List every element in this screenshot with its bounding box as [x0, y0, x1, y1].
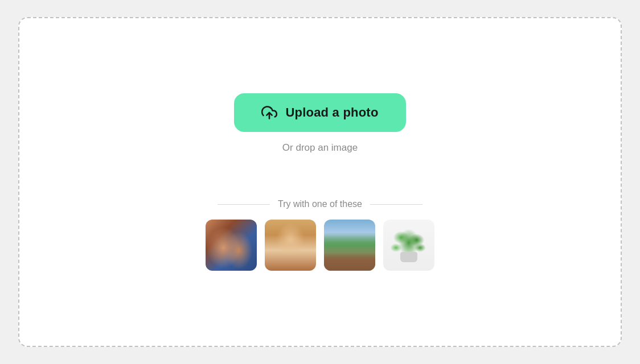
sample-thumbnails-container — [206, 220, 434, 271]
sample-thumbnail-1[interactable] — [206, 220, 257, 271]
upload-icon — [261, 105, 277, 121]
upload-button-label: Upload a photo — [285, 105, 378, 120]
sample-thumbnail-3[interactable] — [324, 220, 375, 271]
sample-thumbnail-4[interactable] — [383, 220, 434, 271]
drop-hint-text: Or drop an image — [282, 142, 358, 154]
samples-label: Try with one of these — [278, 199, 362, 209]
samples-divider: Try with one of these — [218, 199, 422, 209]
samples-section: Try with one of these — [206, 199, 434, 271]
upload-photo-button[interactable]: Upload a photo — [234, 93, 405, 132]
divider-left — [218, 204, 270, 205]
sample-thumbnail-2[interactable] — [265, 220, 316, 271]
divider-right — [370, 204, 422, 205]
upload-section: Upload a photo Or drop an image — [234, 93, 405, 154]
upload-drop-zone[interactable]: Upload a photo Or drop an image Try with… — [18, 17, 622, 347]
